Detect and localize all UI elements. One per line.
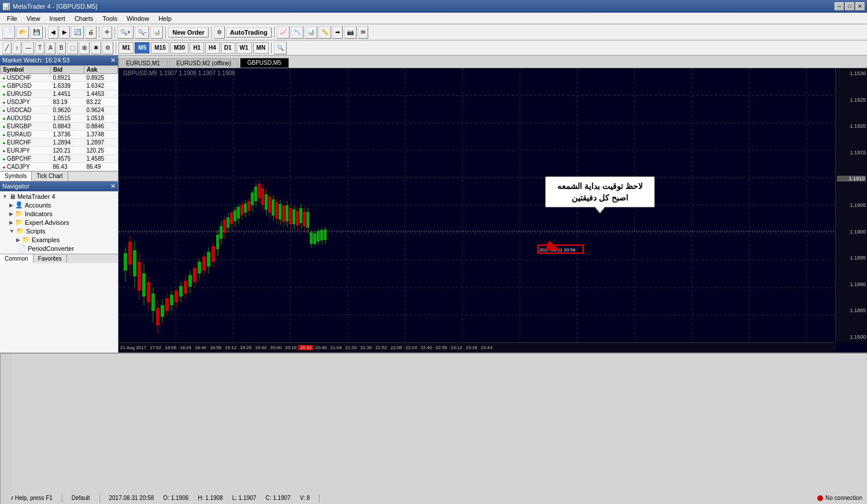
auto-trading-btn[interactable]: AutoTrading	[226, 27, 272, 38]
indicator1-btn[interactable]: 📈	[277, 26, 290, 39]
svg-rect-114	[306, 212, 309, 228]
menu-bar: File View Insert Charts Tools Window Hel…	[0, 13, 867, 24]
svg-rect-120	[317, 231, 320, 242]
connection-status: No connection	[825, 495, 862, 501]
period-w1[interactable]: W1	[236, 42, 252, 54]
market-watch-row[interactable]: ● EURCHF 1.2894 1.2897	[1, 139, 118, 147]
market-watch-row[interactable]: ● USDCAD 0.9620 0.9624	[1, 106, 118, 114]
text-tool[interactable]: T	[35, 42, 45, 54]
direction-dot: ●	[3, 84, 6, 89]
market-watch-row[interactable]: ● CADJPY 86.43 86.49	[1, 163, 118, 171]
nav-tab-common[interactable]: Common	[0, 254, 34, 263]
search-btn[interactable]: 🔍	[274, 42, 287, 54]
menu-window[interactable]: Window	[122, 14, 154, 23]
period-mn[interactable]: MN	[253, 42, 269, 54]
new-order-btn[interactable]: New Order	[168, 27, 209, 38]
menu-tools[interactable]: Tools	[98, 14, 122, 23]
del-tool[interactable]: ✖	[91, 42, 101, 54]
nav-tab-favorites[interactable]: Favorites	[34, 254, 67, 263]
nav-examples-label: Examples	[32, 236, 60, 243]
market-watch-header: Market Watch: 16:24:53 ✕	[0, 55, 118, 65]
bid-cell: 1.3736	[50, 131, 84, 139]
status-profile: Default	[72, 495, 90, 501]
period-m15[interactable]: M15	[151, 42, 169, 54]
forward-btn[interactable]: ▶	[60, 26, 70, 39]
indicator3-btn[interactable]: 📊	[305, 26, 317, 39]
hline-tool[interactable]: —	[23, 42, 34, 54]
period-m5[interactable]: M5	[135, 42, 150, 54]
market-watch-row[interactable]: ● EURJPY 120.21 120.25	[1, 147, 118, 155]
price-7: 1.1900	[837, 229, 866, 235]
market-watch-row[interactable]: ● EURUSD 1.4451 1.4453	[1, 90, 118, 98]
mw-tab-symbols[interactable]: Symbols	[0, 172, 32, 181]
nav-item-periodconverter[interactable]: 📄 PeriodConverter	[1, 244, 117, 253]
menu-charts[interactable]: Charts	[70, 14, 98, 23]
indicator2-btn[interactable]: 📉	[291, 26, 303, 39]
print-btn[interactable]: 🖨	[85, 26, 97, 39]
save-btn[interactable]: 💾	[30, 26, 43, 39]
tree-expand-root: ▼	[2, 194, 8, 199]
maximize-button[interactable]: □	[845, 2, 854, 10]
line-tool[interactable]: ╱	[2, 42, 12, 54]
title-bar-controls[interactable]: ─ □ ✕	[835, 2, 865, 10]
arrow-btn[interactable]: ➡	[332, 26, 343, 39]
market-watch-row[interactable]: ● GBPCHF 1.4575 1.4585	[1, 155, 118, 163]
mw-tab-tick[interactable]: Tick Chart	[32, 172, 68, 181]
navigator-close[interactable]: ✕	[110, 183, 116, 190]
nav-item-experts[interactable]: ▶ 📁 Expert Advisors	[1, 218, 117, 227]
select-tool[interactable]: ⬚	[67, 42, 78, 54]
period-h4[interactable]: H4	[205, 42, 220, 54]
period-h1[interactable]: H1	[190, 42, 204, 54]
menu-view[interactable]: View	[22, 14, 45, 23]
chart-tab-gbpusd-m5[interactable]: GBPUSD,M5	[240, 58, 289, 68]
period-m30[interactable]: M30	[171, 42, 188, 54]
bid-cell: 0.8843	[50, 123, 84, 131]
arrow-tool[interactable]: ↕	[13, 42, 21, 54]
chart-tab-eurusd-m1[interactable]: EURUSD,M1	[118, 58, 168, 68]
bid-cell: 1.0515	[50, 114, 84, 123]
font-tool[interactable]: A	[46, 42, 55, 54]
crosshair-btn[interactable]: ✛	[102, 26, 112, 39]
close-button[interactable]: ✕	[855, 2, 865, 10]
market-watch-row[interactable]: ● EURAUD 1.3736 1.3748	[1, 131, 118, 139]
direction-dot: ●	[3, 92, 6, 97]
open-btn[interactable]: 📂	[16, 26, 29, 39]
market-watch-row[interactable]: ● GBPUSD 1.6339 1.6342	[1, 82, 118, 90]
camera-btn[interactable]: 📷	[344, 26, 357, 39]
market-watch-row[interactable]: ● USDCHF 0.8921 0.8925	[1, 74, 118, 82]
nav-item-indicators[interactable]: ▶ 📁 Indicators	[1, 209, 117, 218]
chart-tab-eurusd-m2[interactable]: EURUSD,M2 (offline)	[169, 58, 239, 68]
zoom-in-btn[interactable]: 🔍+	[117, 26, 134, 39]
bold-tool[interactable]: B	[57, 42, 66, 54]
symbol-cell: ● EURJPY	[1, 147, 51, 155]
menu-help[interactable]: Help	[154, 14, 176, 23]
nav-item-examples[interactable]: ▶ 📁 Examples	[1, 235, 117, 244]
tree-expand-examples: ▶	[16, 237, 20, 243]
market-watch-row[interactable]: ● USDJPY 83.19 83.22	[1, 98, 118, 106]
market-watch-row[interactable]: ● AUDUSD 1.0515 1.0518	[1, 114, 118, 123]
refresh-btn[interactable]: 🔄	[71, 26, 84, 39]
nav-item-scripts[interactable]: ▼ 📁 Scripts	[1, 227, 117, 235]
nav-item-accounts[interactable]: ▶ 👤 Accounts	[1, 201, 117, 209]
menu-file[interactable]: File	[2, 14, 22, 23]
col-ask: Ask	[84, 66, 117, 74]
nav-item-root[interactable]: ▼ 🖥 MetaTrader 4	[1, 192, 117, 201]
menu-insert[interactable]: Insert	[45, 14, 70, 23]
bid-cell: 86.43	[50, 163, 84, 171]
chart-type-btn[interactable]: 📊	[150, 26, 163, 39]
navigator-header: Navigator ✕	[0, 181, 118, 191]
minimize-button[interactable]: ─	[835, 2, 844, 10]
line-btn[interactable]: 📏	[318, 26, 331, 39]
copy-tool[interactable]: ⊞	[79, 42, 90, 54]
zoom-out-btn[interactable]: 🔍-	[135, 26, 149, 39]
new-chart-btn[interactable]: 📄	[2, 26, 15, 39]
email-btn[interactable]: ✉	[358, 26, 368, 39]
back-btn[interactable]: ◀	[48, 26, 58, 39]
period-m1[interactable]: M1	[118, 42, 134, 54]
props-tool[interactable]: ⚙	[102, 42, 113, 54]
chart-canvas[interactable]: GBPUSD,M5 1.1907 1.1908 1.1907 1.1908	[118, 68, 867, 353]
market-watch-row[interactable]: ● EURGBP 0.8843 0.8846	[1, 123, 118, 131]
svg-rect-94	[272, 199, 275, 216]
period-d1[interactable]: D1	[221, 42, 235, 54]
market-watch-close[interactable]: ✕	[110, 57, 116, 64]
